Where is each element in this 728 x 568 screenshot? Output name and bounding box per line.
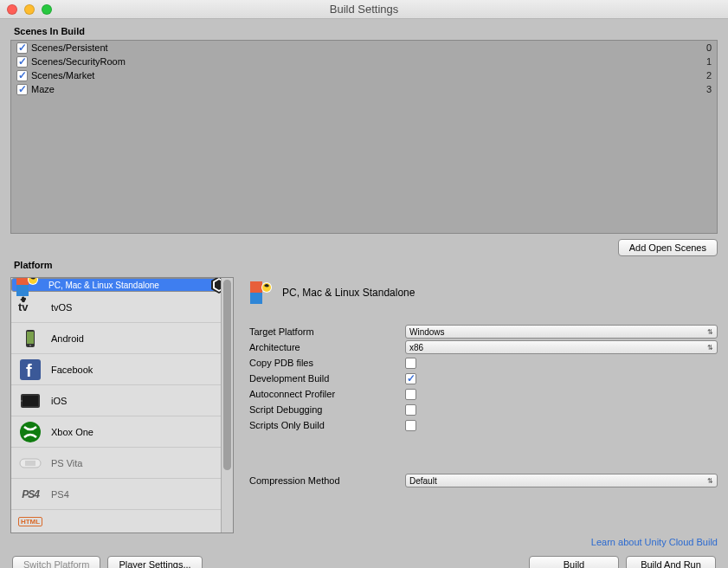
scripts-only-checkbox[interactable] [405, 420, 416, 431]
ios-icon [18, 389, 42, 413]
scene-index: 2 [706, 70, 712, 81]
development-build-checkbox[interactable] [405, 373, 416, 384]
build-and-run-button[interactable]: Build And Run [626, 556, 716, 568]
select-value: Windows [409, 327, 445, 337]
scene-checkbox[interactable] [16, 56, 28, 68]
android-icon [18, 326, 42, 351]
detail-title: PC, Mac & Linux Standalone [282, 287, 415, 299]
appletv-icon: tv [18, 295, 42, 320]
select-value: Default [409, 476, 437, 486]
script-debugging-checkbox[interactable] [405, 404, 416, 416]
copy-pdb-checkbox[interactable] [405, 358, 416, 369]
psvita-icon [18, 451, 42, 475]
platform-scrollbar[interactable] [221, 278, 233, 532]
platform-item-android[interactable]: Android [11, 323, 233, 354]
facebook-icon: f [18, 358, 42, 382]
platform-label-text: PS4 [51, 489, 226, 500]
scene-name: Scenes/SecurityRoom [31, 56, 706, 67]
player-settings-button[interactable]: Player Settings... [107, 556, 202, 568]
svg-point-10 [29, 345, 31, 346]
svg-rect-18 [25, 461, 35, 466]
scripts-only-label: Scripts Only Build [249, 420, 405, 430]
scene-row[interactable]: Scenes/Market 2 [11, 68, 717, 82]
platform-label-text: Android [51, 333, 226, 344]
zoom-icon[interactable] [42, 4, 52, 15]
architecture-select[interactable]: x86 ⇅ [405, 340, 718, 354]
platform-label-text: Xbox One [51, 427, 226, 437]
svg-point-16 [20, 422, 41, 442]
platform-item-webgl[interactable]: HTML [11, 510, 233, 532]
standalone-icon [249, 281, 274, 305]
minimize-icon[interactable] [24, 4, 35, 15]
platform-label-text: PS Vita [51, 458, 226, 468]
target-platform-label: Target Platform [249, 326, 405, 337]
platform-item-ps4[interactable]: PS4 PS4 [11, 479, 233, 510]
platform-item-tvos[interactable]: tv tvOS [11, 292, 233, 323]
platform-item-ios[interactable]: iOS [11, 385, 233, 416]
svg-rect-9 [27, 332, 34, 344]
scene-index: 0 [706, 42, 712, 53]
compression-label: Compression Method [249, 475, 405, 486]
build-button[interactable]: Build [529, 556, 619, 568]
scene-name: Scenes/Persistent [31, 42, 706, 53]
close-icon[interactable] [7, 4, 17, 15]
scenes-list: Scenes/Persistent 0 Scenes/SecurityRoom … [10, 40, 718, 234]
svg-text:f: f [26, 361, 32, 380]
compression-select[interactable]: Default ⇅ [405, 474, 718, 487]
scene-row[interactable]: Maze 3 [11, 82, 717, 96]
detail-header: PC, Mac & Linux Standalone [249, 277, 718, 308]
scene-row[interactable]: Scenes/SecurityRoom 1 [11, 55, 717, 68]
copy-pdb-label: Copy PDB files [249, 358, 405, 368]
chevron-updown-icon: ⇅ [707, 477, 713, 485]
scene-name: Scenes/Market [31, 70, 706, 81]
scenes-label: Scenes In Build [14, 26, 718, 36]
architecture-label: Architecture [249, 342, 405, 352]
platform-item-standalone[interactable]: PC, Mac & Linux Standalone [11, 278, 233, 292]
window-controls [7, 4, 52, 15]
development-build-label: Development Build [249, 373, 405, 384]
svg-rect-19 [250, 293, 262, 304]
titlebar: Build Settings [0, 0, 728, 19]
chevron-updown-icon: ⇅ [707, 344, 713, 352]
scene-index: 1 [706, 56, 712, 67]
target-platform-select[interactable]: Windows ⇅ [405, 325, 718, 339]
script-debugging-label: Script Debugging [249, 404, 405, 415]
window-title: Build Settings [0, 3, 728, 16]
scene-row[interactable]: Scenes/Persistent 0 [11, 41, 717, 55]
platform-label-text: tvOS [51, 302, 226, 313]
scene-checkbox[interactable] [16, 42, 28, 54]
autoconnect-profiler-checkbox[interactable] [405, 389, 416, 400]
scene-index: 3 [706, 84, 712, 94]
chevron-updown-icon: ⇅ [707, 328, 713, 336]
platform-label-text: iOS [51, 396, 226, 406]
switch-platform-button[interactable]: Switch Platform [12, 556, 100, 568]
html5-icon: HTML [18, 509, 42, 533]
platform-label-text: Facebook [51, 365, 226, 375]
platform-item-facebook[interactable]: f Facebook [11, 354, 233, 385]
cloud-build-link[interactable]: Learn about Unity Cloud Build [591, 537, 718, 547]
svg-point-15 [21, 400, 23, 402]
scene-checkbox[interactable] [16, 84, 28, 95]
scrollbar-thumb[interactable] [223, 280, 231, 470]
platform-list: PC, Mac & Linux Standalone tv tvOS And [10, 277, 234, 533]
svg-rect-1 [16, 277, 29, 285]
platform-item-psvita[interactable]: PS Vita [11, 448, 233, 479]
platform-label-text: PC, Mac & Linux Standalone [48, 281, 201, 290]
platform-item-xboxone[interactable]: Xbox One [11, 416, 233, 448]
svg-text:tv: tv [18, 300, 29, 313]
platform-label: Platform [14, 260, 718, 270]
autoconnect-profiler-label: Autoconnect Profiler [249, 389, 405, 399]
add-open-scenes-button[interactable]: Add Open Scenes [618, 239, 718, 256]
scene-name: Maze [31, 84, 706, 94]
svg-rect-20 [250, 281, 262, 293]
scene-checkbox[interactable] [16, 70, 28, 81]
xbox-icon [18, 420, 42, 444]
ps4-icon: PS4 [18, 482, 42, 507]
select-value: x86 [409, 343, 423, 352]
svg-rect-14 [23, 396, 38, 406]
